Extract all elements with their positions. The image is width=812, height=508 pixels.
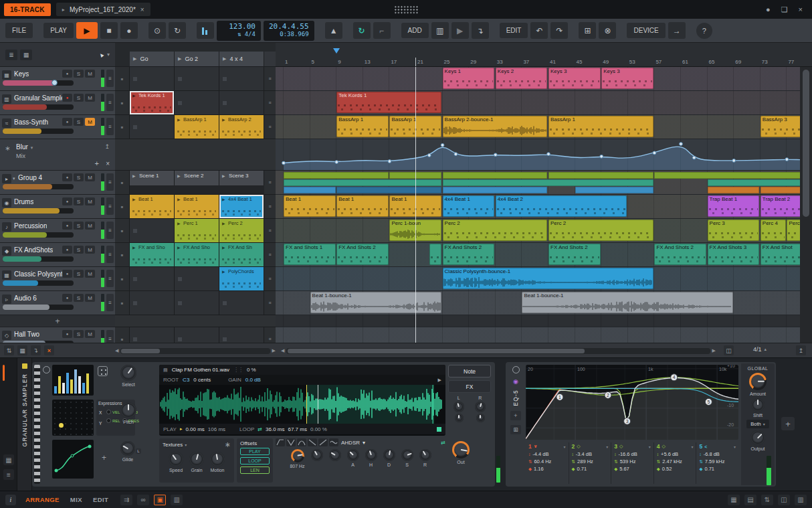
empty-clip-slot[interactable]	[130, 291, 175, 315]
clip-play-icon[interactable]: ▶	[132, 93, 136, 98]
io-panel-icon[interactable]: ▥	[171, 495, 183, 505]
scroll-right-icon[interactable]: ▶	[712, 348, 716, 353]
launcher-scrollbar[interactable]: ◀ ▶	[115, 346, 276, 355]
envelope-dropdown-icon[interactable]: ▾	[363, 440, 365, 446]
scene-play-icon[interactable]: ▶	[223, 56, 226, 62]
eq-curve-display[interactable]: 12345201001k10k+10-10-20	[526, 365, 738, 440]
eq-band-column[interactable]: 4◇▾↕+5.6 dB⇅2.47 kHz◆0.52	[653, 442, 696, 484]
arranger-clip[interactable]: BassArp 3	[760, 116, 800, 137]
arranger-lane[interactable]	[276, 171, 800, 195]
arranger-clip[interactable]: Perc 5	[787, 220, 800, 241]
tempo-value[interactable]: 123.00	[222, 22, 256, 31]
slot-overflow-button[interactable]: ≡	[264, 171, 276, 194]
track-menu-icon[interactable]: ≡	[106, 270, 114, 287]
glide-knob[interactable]	[120, 441, 135, 456]
env-shape-knob[interactable]	[329, 449, 341, 461]
panel-tab-mix[interactable]: MIX	[70, 496, 82, 503]
band-dropdown-icon[interactable]: ▾	[649, 444, 651, 449]
clip-play-icon[interactable]: ▶	[222, 269, 225, 274]
automation-curve[interactable]	[276, 139, 800, 170]
offset-len[interactable]: LEN	[240, 467, 270, 474]
arranger-scrollbar[interactable]: ◀ ▶	[281, 346, 716, 355]
scene-play-icon[interactable]: ▶	[132, 173, 136, 178]
motion-knob[interactable]	[210, 452, 225, 467]
solo-button[interactable]: S	[74, 294, 84, 302]
scene-play-icon[interactable]: ▶	[177, 173, 181, 178]
clip-stop-button[interactable]: ■	[115, 243, 130, 266]
arranger-clip[interactable]: Keys 2	[496, 68, 548, 89]
loop-length-value[interactable]: 67.7 ms	[288, 426, 307, 432]
band-shape-icon[interactable]: <	[704, 444, 707, 449]
record-button[interactable]: ●	[120, 22, 138, 39]
root-note-value[interactable]: C3	[183, 377, 189, 383]
mute-button[interactable]: M	[85, 294, 95, 302]
arranger-clip[interactable]: Perc 3	[708, 220, 760, 241]
remove-lane-button[interactable]: ×	[106, 160, 110, 167]
grain-knob[interactable]	[189, 452, 204, 467]
restore-window-icon[interactable]: ❏	[781, 5, 788, 14]
solo-button[interactable]: S	[74, 330, 84, 338]
eq-device-name[interactable]: EQ-5	[512, 390, 519, 406]
textures-dropdown-icon[interactable]: ▾	[185, 442, 187, 447]
arranger-clip[interactable]: FX And Shots 3	[708, 244, 760, 265]
vertical-scroll-thumb[interactable]	[803, 70, 809, 217]
arranger-lane[interactable]	[276, 315, 800, 327]
mixer-panel-icon[interactable]: ▥	[795, 495, 807, 505]
swap-view-icon[interactable]: ⇅	[4, 345, 14, 355]
play-length-value[interactable]: 106 ms	[208, 426, 225, 432]
record-arm-button[interactable]: ●	[62, 330, 72, 338]
volume-fader[interactable]	[3, 305, 74, 310]
solo-button[interactable]: S	[74, 173, 84, 181]
clip-play-icon[interactable]: ▶	[222, 117, 225, 122]
project-tab[interactable]: ▸ MyProject_16T_2020* ×	[56, 3, 150, 16]
selected-track-strip[interactable]: GRANULAR SAMPLER	[17, 358, 32, 491]
track-menu-icon[interactable]: ≡	[106, 197, 114, 215]
pointer-tool-icon[interactable]: ▲	[97, 50, 106, 59]
band-shape-icon[interactable]: ∨	[534, 444, 538, 449]
file-menu-button[interactable]: FILE	[5, 23, 33, 38]
pan-right-knob[interactable]	[475, 402, 486, 412]
band-q-value[interactable]: 5.67	[619, 466, 629, 472]
envelope-r-knob[interactable]	[419, 449, 431, 461]
fx-slot-button[interactable]: +	[510, 411, 521, 420]
scroll-right-icon[interactable]: ▶	[272, 348, 276, 353]
track-menu-icon[interactable]: ≡	[106, 222, 114, 239]
tool-dropdown-icon[interactable]: ▾	[107, 52, 110, 58]
add-menu-button[interactable]: ADD	[401, 23, 429, 38]
mute-button[interactable]: M	[85, 246, 95, 254]
envelope-a-knob[interactable]	[347, 449, 359, 461]
undo-icon[interactable]: ↶	[530, 22, 548, 39]
arranger-lane[interactable]: Tek Kords 1	[276, 91, 800, 115]
scene-play-icon[interactable]: ▶	[133, 56, 136, 62]
clip-play-icon[interactable]: ▶	[222, 221, 225, 226]
scene-header[interactable]: ▶Go	[130, 52, 175, 66]
band-dropdown-icon[interactable]: ▾	[606, 444, 608, 449]
empty-clip-slot[interactable]	[175, 291, 219, 315]
send-1-knob[interactable]	[455, 414, 464, 422]
xy-pad[interactable]	[52, 400, 94, 436]
env-mod-knob[interactable]	[311, 449, 323, 461]
envelope-title[interactable]: AHDSR	[341, 440, 360, 446]
add-track-row[interactable]: +	[0, 315, 115, 327]
clip-stop-button[interactable]: ■	[115, 91, 130, 114]
band-gain-value[interactable]: -4.4 dB	[532, 451, 548, 457]
panel-tab-edit[interactable]: EDIT	[93, 496, 108, 503]
automation-param-name[interactable]: Mix	[16, 153, 25, 159]
arranger-clip[interactable]: Perc 4	[760, 220, 786, 241]
record-arm-button[interactable]: ●	[62, 294, 72, 302]
clip-launcher-clip[interactable]: ▶FX and Sho	[130, 243, 175, 266]
track-menu-icon[interactable]: ≡	[106, 173, 114, 191]
empty-clip-slot[interactable]	[175, 327, 219, 343]
clip-stop-button[interactable]: ■	[115, 171, 130, 194]
out-knob[interactable]	[452, 441, 470, 458]
mod-route-icon[interactable]: ⇄	[441, 440, 445, 446]
volume-fader[interactable]	[3, 129, 74, 134]
scene-play-icon[interactable]: ▶	[222, 173, 225, 178]
band-frequency-value[interactable]: 2.47 kHz	[662, 458, 682, 464]
arranger-ruler[interactable]: 1591317212529333741454953576165697377	[276, 43, 800, 67]
empty-clip-slot[interactable]	[130, 219, 175, 242]
clip-launcher-clip[interactable]: ▶4x4 Beat 1	[219, 195, 264, 218]
automation-write-icon[interactable]: ⊙	[148, 22, 166, 39]
arranger-clip[interactable]: Trap Beat 2	[760, 195, 800, 217]
solo-button[interactable]: S	[74, 118, 84, 126]
